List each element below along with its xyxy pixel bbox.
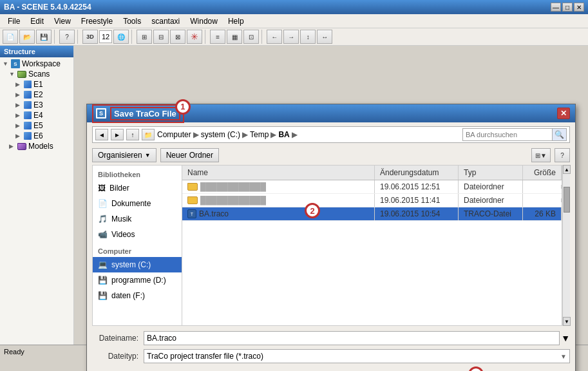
menu-bar: File Edit View Freestyle Tools scantaxi … bbox=[0, 14, 588, 28]
col-type[interactable]: Typ bbox=[459, 166, 523, 180]
forward-button[interactable]: ► bbox=[111, 129, 124, 140]
expand-scans[interactable]: ▼ bbox=[9, 71, 15, 77]
tree-e4[interactable]: ▶ E4 bbox=[14, 110, 72, 120]
left-item-programme-d[interactable]: 💾 programme (D:) bbox=[93, 272, 182, 288]
tb-icon3[interactable]: ⊡ bbox=[243, 30, 259, 44]
tb-grid3[interactable]: ⊠ bbox=[170, 30, 185, 44]
tb-arrow3[interactable]: ↕ bbox=[300, 30, 316, 44]
tb-new[interactable]: 📄 bbox=[3, 30, 18, 44]
menu-tools[interactable]: Tools bbox=[118, 15, 146, 27]
filename-row: Dateiname: ▼ bbox=[92, 331, 570, 345]
bc-temp[interactable]: Temp bbox=[250, 130, 269, 139]
structure-header: Structure bbox=[0, 46, 73, 57]
scans-label: Scans bbox=[28, 70, 50, 79]
tree-e6[interactable]: ▶ E6 bbox=[14, 131, 72, 141]
tb-help[interactable]: ? bbox=[59, 30, 75, 44]
left-item-videos[interactable]: 📹 Videos bbox=[93, 227, 182, 242]
tree-scans[interactable]: ▼ Scans bbox=[8, 69, 72, 79]
expand-e4[interactable]: ▶ bbox=[15, 112, 22, 119]
file-row-1[interactable]: ████████████ 19.06.2015 11:41 Dateiordne… bbox=[182, 194, 562, 207]
left-item-daten-f[interactable]: 💾 daten (F:) bbox=[93, 288, 182, 303]
bc-computer[interactable]: Computer bbox=[157, 130, 191, 139]
e6-label: E6 bbox=[33, 131, 43, 140]
left-item-system-c[interactable]: 💻 system (C:) bbox=[93, 257, 182, 272]
menu-freestyle[interactable]: Freestyle bbox=[76, 15, 118, 27]
maximize-button[interactable]: □ bbox=[562, 3, 573, 12]
tb-arrow1[interactable]: ← bbox=[267, 30, 282, 44]
filename-input[interactable] bbox=[144, 331, 560, 345]
expand-workspace[interactable]: ▼ bbox=[3, 61, 9, 67]
tb-save[interactable]: 💾 bbox=[36, 30, 52, 44]
bc-system[interactable]: system (C:) bbox=[201, 130, 240, 139]
search-input[interactable] bbox=[462, 128, 553, 141]
back-button[interactable]: ◄ bbox=[95, 129, 108, 140]
scroll-thumb[interactable] bbox=[564, 187, 570, 213]
help-btn[interactable]: ? bbox=[555, 148, 570, 162]
menu-window[interactable]: Window bbox=[185, 15, 223, 27]
sep-1 bbox=[54, 30, 57, 44]
dialog-close-button[interactable]: ✕ bbox=[557, 108, 570, 119]
bilder-icon: 🖼 bbox=[98, 184, 106, 193]
left-item-musik[interactable]: 🎵 Musik bbox=[93, 211, 182, 227]
close-button[interactable]: ✕ bbox=[574, 3, 584, 12]
expand-e6[interactable]: ▶ bbox=[15, 133, 22, 139]
tb-icon1[interactable]: ≡ bbox=[210, 30, 225, 44]
menu-view[interactable]: View bbox=[49, 15, 76, 27]
tb-grid4[interactable]: ✳ bbox=[187, 30, 202, 44]
bc-ba[interactable]: BA bbox=[278, 130, 289, 139]
view-toggle-btn[interactable]: ⊞▼ bbox=[531, 148, 551, 162]
tree-e5[interactable]: ▶ E5 bbox=[14, 120, 72, 131]
col-date[interactable]: Änderungsdatum bbox=[375, 166, 459, 180]
col-size[interactable]: Größe bbox=[523, 166, 562, 180]
tree-e3[interactable]: ▶ E3 bbox=[14, 100, 72, 110]
tb-grid2[interactable]: ⊟ bbox=[153, 30, 169, 44]
menu-edit[interactable]: Edit bbox=[25, 15, 49, 27]
expand-e2[interactable]: ▶ bbox=[15, 91, 22, 98]
sep-4 bbox=[205, 30, 207, 44]
scroll-track bbox=[563, 174, 570, 317]
e2-icon bbox=[24, 91, 32, 99]
tb-icon2[interactable]: ▦ bbox=[227, 30, 242, 44]
file-row-2[interactable]: T BA.traco 19.06.2015 10:54 TRACO-Datei … bbox=[182, 207, 562, 221]
file-type-0: Dateiordner bbox=[459, 180, 523, 193]
left-item-bilder[interactable]: 🖼 Bilder bbox=[93, 180, 182, 196]
up-button[interactable]: ↑ bbox=[126, 129, 139, 140]
tree-e1[interactable]: ▶ E1 bbox=[14, 79, 72, 90]
tree-models[interactable]: ▶ Models bbox=[8, 141, 72, 151]
drive-c-icon: 💻 bbox=[98, 260, 108, 269]
organize-dropdown-arrow: ▼ bbox=[145, 152, 151, 158]
new-folder-button[interactable]: Neuer Ordner bbox=[160, 148, 219, 162]
filetype-combo[interactable]: TraCo project transfer file (*.traco) ▼ bbox=[144, 349, 570, 363]
tb-grid1[interactable]: ⊞ bbox=[137, 30, 152, 44]
organize-button[interactable]: Organisieren ▼ bbox=[92, 148, 156, 162]
expand-e5[interactable]: ▶ bbox=[15, 122, 22, 129]
menu-help[interactable]: Help bbox=[223, 15, 249, 27]
col-name[interactable]: Name bbox=[182, 166, 375, 180]
e5-icon bbox=[24, 122, 32, 129]
tb-globe[interactable]: 🌐 bbox=[113, 30, 129, 44]
minimize-button[interactable]: — bbox=[551, 3, 561, 12]
left-item-dokumente[interactable]: 📄 Dokumente bbox=[93, 196, 182, 211]
main-area: Structure ▼ S Workspace ▼ Scans ▶ E1 ▶ bbox=[0, 46, 588, 345]
tree-area: ▼ S Workspace ▼ Scans ▶ E1 ▶ E2 bbox=[0, 57, 73, 345]
tb-arrow4[interactable]: ↔ bbox=[317, 30, 332, 44]
tree-e2[interactable]: ▶ E2 bbox=[14, 90, 72, 100]
menu-scantaxi[interactable]: scantaxi bbox=[146, 15, 185, 27]
expand-e3[interactable]: ▶ bbox=[15, 102, 22, 108]
dokumente-icon: 📄 bbox=[98, 199, 108, 208]
models-label: Models bbox=[28, 142, 53, 151]
tb-3d[interactable]: 3D bbox=[82, 30, 98, 44]
tree-workspace[interactable]: ▼ S Workspace bbox=[1, 59, 72, 69]
file-row-0[interactable]: ████████████ 19.06.2015 12:51 Dateiordne… bbox=[182, 180, 562, 194]
expand-models[interactable]: ▶ bbox=[9, 143, 15, 149]
folder-icon-btn[interactable]: 📁 bbox=[142, 129, 155, 140]
menu-file[interactable]: File bbox=[3, 15, 25, 27]
scroll-up-btn[interactable]: ▲ bbox=[563, 165, 571, 174]
toolbar-row-1: 📄 📂 💾 ? 3D 12 🌐 ⊞ ⊟ ⊠ ✳ ≡ ▦ ⊡ ← → ↕ ↔ bbox=[3, 30, 585, 44]
expand-e1[interactable]: ▶ bbox=[15, 81, 22, 88]
filename-dropdown[interactable]: ▼ bbox=[561, 333, 570, 343]
tb-arrow2[interactable]: → bbox=[283, 30, 299, 44]
tb-open[interactable]: 📂 bbox=[19, 30, 35, 44]
scroll-down-btn[interactable]: ▼ bbox=[563, 317, 571, 326]
search-button[interactable]: 🔍 bbox=[553, 128, 567, 141]
